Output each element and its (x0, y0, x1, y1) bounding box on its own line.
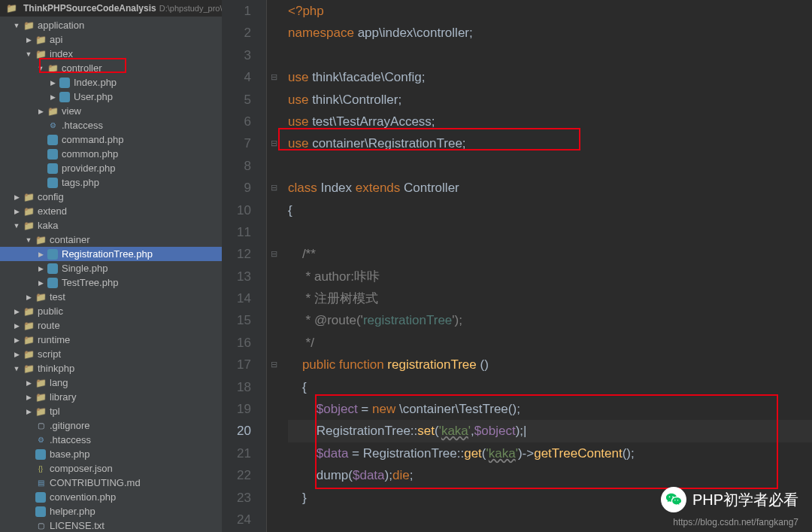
folder-icon (35, 391, 47, 403)
tree-file-gitignore[interactable]: .gitignore (0, 418, 222, 433)
tree-file-htaccess[interactable]: ⚙.htaccess (0, 118, 222, 132)
php-icon (35, 506, 47, 518)
tree-file-provider-php[interactable]: provider.php (0, 161, 222, 175)
php-icon (59, 77, 71, 89)
line-number: 1 (222, 0, 251, 22)
tree-folder-container[interactable]: container (0, 233, 222, 247)
folder-icon (23, 191, 35, 203)
folder-icon (23, 220, 35, 232)
folder-icon (23, 20, 35, 32)
code-token: <?php (288, 4, 324, 18)
tree-folder-application[interactable]: application (0, 18, 222, 32)
tree-file-base-php[interactable]: base.php (0, 447, 222, 461)
tree-folder-runtime[interactable]: runtime (0, 333, 222, 347)
tree-folder-thinkphp[interactable]: thinkphp (0, 361, 222, 375)
tree-file-license-txt[interactable]: LICENSE.txt (0, 518, 222, 532)
fold-icon[interactable]: ⊟ (267, 243, 280, 265)
fold-icon[interactable]: ⊟ (267, 132, 280, 154)
folder-icon (35, 291, 47, 303)
tree-file-command-php[interactable]: command.php (0, 132, 222, 147)
php-icon (47, 134, 59, 146)
file-icon: ⚙ (35, 434, 47, 446)
fold-column: ⊟ ⊟ ⊟ ⊟ ⊟ (267, 0, 280, 532)
folder-icon (23, 306, 35, 318)
php-icon (47, 263, 59, 275)
tree-file-tags-php[interactable]: tags.php (0, 175, 222, 190)
tree-file-registration-tree-php[interactable]: RegistrationTree.php (0, 247, 222, 261)
folder-icon (47, 105, 59, 117)
txt-icon (35, 520, 47, 532)
tree-file-single-php[interactable]: Single.php (0, 261, 222, 275)
fold-icon[interactable]: ⊟ (267, 354, 280, 375)
tree-folder-library[interactable]: library (0, 390, 222, 404)
tree-file-convention-php[interactable]: convention.php (0, 490, 222, 504)
watermark: PHP初学者必看 (661, 487, 798, 512)
fold-icon[interactable]: ⊟ (267, 66, 280, 88)
tree-folder-view[interactable]: view (0, 104, 222, 118)
folder-icon (35, 48, 47, 60)
project-root[interactable]: ThinkPHPSourceCodeAnalysis D:\phpstudy_p… (0, 0, 222, 17)
tree-file-common-php[interactable]: common.php (0, 147, 222, 161)
tree-file-index-php[interactable]: Index.php (0, 75, 222, 90)
json-icon (35, 463, 47, 475)
php-icon (47, 248, 59, 260)
project-sidebar: ThinkPHPSourceCodeAnalysis D:\phpstudy_p… (0, 0, 222, 532)
php-icon (47, 163, 59, 175)
php-icon (35, 448, 47, 461)
folder-icon (23, 205, 35, 217)
tree-file-composer-json[interactable]: composer.json (0, 461, 222, 476)
tree-folder-api[interactable]: api (0, 32, 222, 47)
tree-folder-index[interactable]: index (0, 47, 222, 61)
folder-icon (35, 234, 47, 246)
watermark-text: PHP初学者必看 (692, 490, 798, 510)
tree-folder-route[interactable]: route (0, 318, 222, 333)
tree-file-test-tree-php[interactable]: TestTree.php (0, 275, 222, 290)
php-icon (47, 177, 59, 189)
md-icon (35, 477, 47, 489)
folder-icon (35, 377, 47, 389)
tree-file-user-php[interactable]: User.php (0, 90, 222, 104)
file-icon: ⚙ (47, 120, 59, 132)
tree-folder-public[interactable]: public (0, 304, 222, 318)
folder-icon (23, 334, 35, 346)
folder-icon (23, 320, 35, 332)
tree-file-helper-php[interactable]: helper.php (0, 504, 222, 518)
folder-icon (47, 62, 59, 74)
tree-file-htaccess2[interactable]: ⚙.htaccess (0, 433, 222, 447)
folder-icon (35, 406, 47, 418)
tree-folder-script[interactable]: script (0, 347, 222, 361)
project-path: D:\phpstudy_pro\W (159, 4, 222, 13)
tree-folder-kaka[interactable]: kaka (0, 218, 222, 233)
fold-icon[interactable]: ⊟ (267, 177, 280, 199)
project-name: ThinkPHPSourceCodeAnalysis (23, 3, 156, 14)
folder-icon (23, 348, 35, 360)
tree-folder-controller[interactable]: controller (0, 61, 222, 75)
php-icon (47, 148, 59, 160)
tree-folder-extend[interactable]: extend (0, 204, 222, 218)
tree-folder-tpl[interactable]: tpl (0, 404, 222, 418)
tree-file-contributing-md[interactable]: CONTRIBUTING.md (0, 476, 222, 490)
folder-icon (35, 34, 47, 46)
tree-folder-lang[interactable]: lang (0, 375, 222, 390)
wechat-icon (661, 487, 686, 512)
tree-folder-config[interactable]: config (0, 190, 222, 204)
php-icon (47, 277, 59, 289)
code-editor[interactable]: 1 2345 6789 10111213 14151617 18192021 2… (222, 0, 812, 532)
caret: | (523, 424, 526, 438)
folder-icon (6, 2, 17, 14)
php-icon (59, 91, 71, 103)
tree-folder-test[interactable]: test (0, 290, 222, 304)
php-icon (35, 491, 47, 503)
blog-url: https://blog.csdn.net/fangkang7 (673, 517, 798, 527)
folder-icon (23, 363, 35, 375)
file-icon (35, 420, 47, 432)
code-area[interactable]: <?php namespace app\index\controller; us… (280, 0, 812, 532)
line-number-gutter: 1 2345 6789 10111213 14151617 18192021 2… (222, 0, 267, 532)
file-tree: application api index controller Index.p… (0, 17, 222, 532)
